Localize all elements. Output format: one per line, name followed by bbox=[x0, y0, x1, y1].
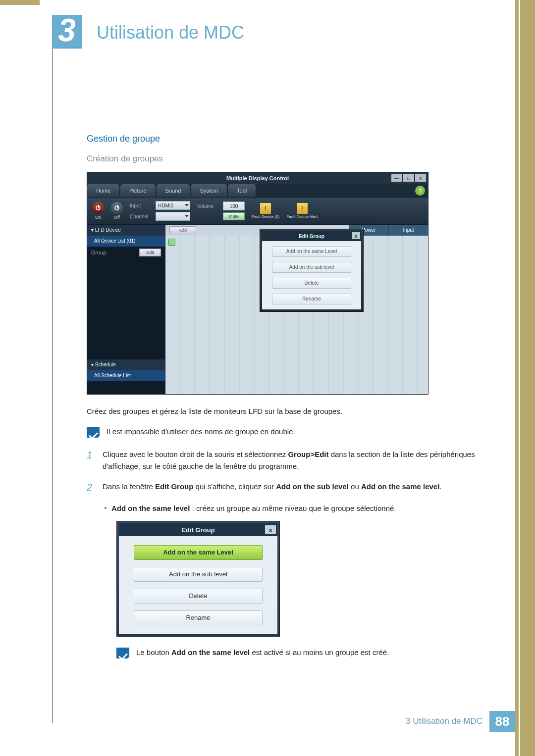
step-2: 2 Dans la fenêtre Edit Group qui s'affic… bbox=[87, 481, 493, 494]
fault-device-count[interactable]: !Fault Device (0) bbox=[252, 203, 279, 219]
row-checkbox[interactable] bbox=[168, 239, 175, 246]
right-stripe bbox=[519, 0, 520, 756]
eg-title-text: Edit Group bbox=[181, 526, 214, 534]
popup-close-button[interactable]: x bbox=[352, 232, 360, 239]
popup-add-sub-button[interactable]: Add on the sub level bbox=[272, 262, 351, 273]
input-select[interactable]: HDMI2 bbox=[156, 201, 190, 210]
tab-system[interactable]: System bbox=[191, 184, 227, 197]
mdc-sidebar: ▾ LFD Device All Device List (01) Group … bbox=[87, 225, 165, 394]
volume-spinner[interactable]: 100 bbox=[223, 202, 245, 210]
intro-paragraph: Créez des groupes et gérez la liste de m… bbox=[87, 405, 493, 417]
power-on-button[interactable]: On bbox=[92, 202, 104, 220]
chapter-number: 3 bbox=[58, 14, 76, 46]
left-rule bbox=[52, 15, 53, 723]
tab-tool[interactable]: Tool bbox=[228, 184, 256, 197]
sidebar-schedule-label: Schedule bbox=[95, 362, 116, 367]
note-1: Il est impossible d'utiliser des noms de… bbox=[87, 426, 493, 438]
popup-delete-button[interactable]: Delete bbox=[272, 278, 351, 289]
footer: 3 Utilisation de MDC 88 bbox=[52, 711, 515, 731]
page-number: 88 bbox=[489, 711, 515, 732]
note-2: Le bouton Add on the same level est acti… bbox=[116, 647, 493, 658]
section-heading: Gestion de groupe bbox=[87, 134, 493, 144]
sidebar-group-row: Group Edit bbox=[87, 247, 165, 258]
channel-label: Channel bbox=[130, 214, 153, 219]
window-controls: — □ x bbox=[391, 174, 426, 182]
sidebar-lfd-label: LFD Device bbox=[95, 227, 121, 233]
mute-button[interactable]: Mute bbox=[223, 212, 245, 220]
add-button[interactable]: Add bbox=[169, 226, 196, 234]
mdc-main: Refresh Add Power Input ● HDMI2 21 bbox=[165, 225, 428, 394]
bullet-dot-icon bbox=[105, 507, 107, 509]
mdc-window: Multiple Display Control — □ x Home Pict… bbox=[87, 172, 428, 395]
chapter-title: Utilisation de MDC bbox=[97, 22, 244, 43]
popup-add-same-button[interactable]: Add on the same Level bbox=[272, 246, 351, 257]
sidebar-all-device-list[interactable]: All Device List (01) bbox=[87, 236, 165, 247]
sidebar-lfd-header[interactable]: ▾ LFD Device bbox=[87, 225, 165, 236]
sidebar-schedule-header[interactable]: ▾ Schedule bbox=[87, 359, 165, 370]
right-accent bbox=[515, 0, 535, 756]
step-1-body: Cliquez avec le bouton droit de la souri… bbox=[103, 449, 493, 472]
note-icon bbox=[116, 648, 129, 658]
popup-title: Edit Group x bbox=[262, 231, 361, 241]
step-1: 1 Cliquez avec le bouton droit de la sou… bbox=[87, 449, 493, 472]
content: Gestion de groupe Création de groupes Mu… bbox=[87, 134, 493, 658]
eg-add-sub-button[interactable]: Add on the sub level bbox=[134, 567, 263, 582]
close-button[interactable]: x bbox=[415, 174, 426, 182]
input-value: HDMI2 bbox=[158, 203, 173, 208]
mdc-menubar: Home Picture Sound System Tool ? bbox=[87, 184, 428, 197]
help-icon[interactable]: ? bbox=[415, 186, 425, 196]
channel-select[interactable] bbox=[156, 212, 190, 221]
col-input: Input bbox=[388, 225, 428, 236]
warning-icon: ! bbox=[297, 203, 308, 214]
section-subheading: Création de groupes bbox=[87, 154, 493, 164]
step-2-body: Dans la fenêtre Edit Group qui s'affiche… bbox=[103, 481, 442, 494]
mdc-toolbar: On Off InputHDMI2 Channel Volume100 Mute… bbox=[87, 197, 428, 225]
eg-title: Edit Group x bbox=[119, 523, 277, 536]
fault-alert-label: Fault Device Alert bbox=[286, 215, 318, 219]
volume-label: Volume bbox=[197, 203, 220, 209]
note-icon bbox=[87, 427, 100, 438]
edit-group-popup: Edit Group x Add on the same Level Add o… bbox=[260, 229, 364, 312]
note-1-text: Il est impossible d'utiliser des noms de… bbox=[107, 426, 295, 437]
popup-body: Add on the same Level Add on the sub lev… bbox=[262, 241, 361, 309]
eg-add-same-button[interactable]: Add on the same Level bbox=[134, 545, 263, 560]
fault-count-label: Fault Device (0) bbox=[252, 215, 279, 219]
edit-group-popup-standalone: Edit Group x Add on the same Level Add o… bbox=[116, 521, 280, 637]
power-off-button[interactable]: Off bbox=[111, 202, 123, 220]
eg-close-button[interactable]: x bbox=[265, 525, 276, 534]
step-2-number: 2 bbox=[87, 481, 96, 494]
sidebar-group-label: Group bbox=[91, 250, 107, 255]
mdc-body: ▾ LFD Device All Device List (01) Group … bbox=[87, 225, 428, 394]
group-edit-button[interactable]: Edit bbox=[139, 249, 161, 256]
mdc-titlebar: Multiple Display Control — □ x bbox=[87, 172, 428, 184]
bullet-body: Add on the same level : créez un groupe … bbox=[111, 503, 396, 514]
popup-title-text: Edit Group bbox=[299, 234, 324, 239]
footer-text: 3 Utilisation de MDC bbox=[406, 716, 482, 726]
chevron-down-icon bbox=[185, 204, 189, 206]
tab-picture[interactable]: Picture bbox=[120, 184, 156, 197]
power-on-label: On bbox=[95, 215, 101, 220]
sidebar-all-schedule[interactable]: All Schedule List bbox=[87, 370, 165, 381]
eg-delete-button[interactable]: Delete bbox=[134, 589, 263, 604]
power-off-label: Off bbox=[114, 215, 120, 220]
warning-icon: ! bbox=[260, 203, 271, 214]
chapter-box: 3 bbox=[52, 15, 82, 49]
eg-rename-button[interactable]: Rename bbox=[134, 610, 263, 625]
minimize-button[interactable]: — bbox=[391, 174, 402, 182]
tab-sound[interactable]: Sound bbox=[157, 184, 191, 197]
fault-device-alert[interactable]: !Fault Device Alert bbox=[286, 203, 318, 219]
tab-home[interactable]: Home bbox=[87, 184, 120, 197]
popup-rename-button[interactable]: Rename bbox=[272, 294, 351, 304]
top-accent bbox=[0, 0, 40, 5]
bullet-add-same: Add on the same level : créez un groupe … bbox=[105, 503, 493, 514]
input-label: Input bbox=[130, 203, 153, 208]
chevron-down-icon bbox=[185, 215, 189, 217]
eg-body: Add on the same Level Add on the sub lev… bbox=[119, 536, 277, 634]
step-1-number: 1 bbox=[87, 449, 96, 472]
note-2-text: Le bouton Add on the same level est acti… bbox=[136, 647, 389, 658]
mdc-window-title: Multiple Display Control bbox=[87, 175, 428, 181]
maximize-button[interactable]: □ bbox=[403, 174, 414, 182]
